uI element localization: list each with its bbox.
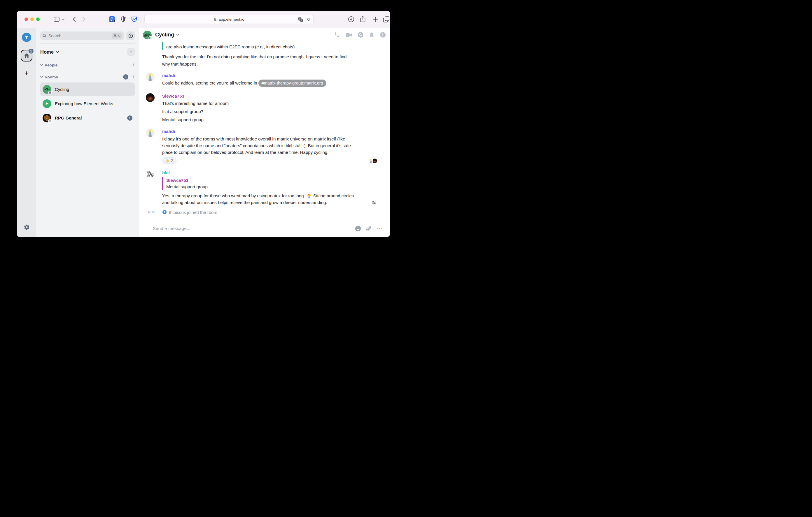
room-unread-badge: 1 — [127, 115, 133, 121]
sidebar-toggle-icon[interactable] — [54, 17, 59, 22]
back-button[interactable] — [72, 17, 76, 22]
rooms-section-header[interactable]: Rooms 1 + — [40, 74, 135, 80]
public-room-globe-icon — [48, 91, 52, 94]
add-people-button[interactable]: + — [132, 62, 135, 68]
message-text: I'd say it's one of the rooms with most … — [162, 135, 355, 156]
sender-name[interactable]: mahdi — [162, 72, 383, 79]
sender-avatar-bkil[interactable] — [146, 170, 154, 179]
message-group: mahdi I'd say it's one of the rooms with… — [146, 128, 383, 164]
people-section-header[interactable]: People + — [40, 62, 135, 68]
compass-icon — [128, 33, 133, 38]
space-name-label[interactable]: Home — [40, 49, 54, 55]
emoji-picker-icon[interactable] — [355, 225, 361, 232]
close-window-button[interactable] — [25, 18, 28, 21]
room-name: RPG General — [55, 115, 82, 120]
room-item-exploring[interactable]: E Exploring how Element Works — [40, 97, 135, 111]
minimize-window-button[interactable] — [30, 18, 34, 21]
home-space-button[interactable]: 1 — [21, 50, 32, 61]
membership-event: 14:39 T thibiscus joined the room — [146, 210, 383, 215]
message-text: Could be addon, setting etc you're all w… — [162, 80, 383, 87]
add-room-button[interactable]: + — [132, 74, 135, 80]
thumbs-up-reaction[interactable]: 2 — [162, 157, 176, 164]
reply-quote[interactable]: Siewca753 Mental support group — [162, 177, 383, 190]
video-call-icon[interactable] — [345, 32, 352, 38]
share-button[interactable] — [360, 16, 366, 23]
create-space-button[interactable]: + — [25, 70, 29, 77]
url-text: app.element.io — [219, 17, 244, 22]
read-receipt-avatar-mahdi[interactable] — [369, 158, 373, 163]
public-room-globe-icon — [48, 119, 52, 123]
search-input[interactable] — [49, 33, 112, 38]
message-text: Yes, a therapy group for those who went … — [162, 192, 355, 206]
rail-divider — [22, 46, 31, 46]
notifications-bell-icon[interactable] — [369, 32, 375, 38]
svg-text:文: 文 — [301, 19, 303, 22]
quoted-text: Mental support group — [166, 184, 383, 190]
home-icon — [24, 53, 29, 58]
sender-name[interactable]: Siewca753 — [162, 93, 383, 99]
sender-avatar-siewca753[interactable] — [146, 93, 154, 102]
search-icon — [42, 34, 47, 38]
tls-lock-icon — [213, 18, 217, 22]
event-text: thibiscus joined the room — [169, 210, 217, 215]
sender-name[interactable]: mahdi — [162, 128, 383, 134]
shield-extension-icon[interactable] — [121, 16, 126, 23]
voice-call-icon[interactable] — [334, 32, 340, 38]
search-shortcut-badge: ⌘ K — [112, 33, 122, 38]
attachment-paperclip-icon[interactable] — [366, 225, 372, 232]
chevron-down-icon[interactable] — [56, 51, 59, 53]
sender-name[interactable]: bkil — [162, 170, 383, 176]
add-button[interactable]: + — [127, 48, 135, 56]
public-room-globe-icon — [148, 36, 152, 40]
haskell-logo — [146, 171, 154, 177]
read-receipts — [369, 158, 377, 163]
text-cursor — [152, 225, 152, 232]
reload-icon[interactable]: ↻ — [307, 17, 310, 22]
sidebar-menu-chevron-icon[interactable] — [62, 18, 65, 21]
message-text: Thank you for the info. I'm not doing an… — [162, 53, 355, 68]
people-label: People — [45, 63, 57, 67]
message-group: bkil Siewca753 Mental support group Yes,… — [146, 170, 383, 206]
read-receipt-avatar-bkil[interactable] — [372, 201, 376, 205]
message-composer[interactable]: ••• — [139, 220, 390, 237]
thumbs-up-icon — [165, 158, 170, 163]
downloads-button[interactable] — [348, 16, 354, 23]
rooms-label: Rooms — [45, 75, 58, 79]
event-avatar[interactable]: T — [163, 210, 167, 214]
message-timeline[interactable]: are also losing messages within E2EE roo… — [139, 42, 390, 220]
traffic-lights — [25, 18, 40, 21]
address-bar[interactable]: app.element.io A文 ↻ — [144, 15, 314, 24]
room-list: Cycling E Exploring how Element Works G … — [40, 83, 135, 125]
message-group: Siewca753 That's interesting name for a … — [146, 93, 383, 123]
chevron-down-icon[interactable] — [176, 34, 179, 36]
read-receipts — [372, 201, 376, 205]
forward-button[interactable] — [82, 17, 86, 22]
message-group: mahdi Could be addon, setting etc you're… — [146, 72, 383, 87]
room-title[interactable]: Cycling — [155, 32, 174, 38]
tab-overview-button[interactable] — [383, 16, 390, 23]
quoted-sender-name: Siewca753 — [166, 177, 383, 183]
maximize-window-button[interactable] — [36, 18, 40, 21]
room-item-cycling[interactable]: Cycling — [40, 83, 135, 96]
password-manager-extension-icon[interactable] — [109, 16, 116, 23]
settings-gear-icon[interactable] — [24, 224, 30, 232]
user-avatar[interactable]: T — [22, 33, 31, 42]
room-search-icon[interactable] — [357, 32, 364, 38]
room-info-icon[interactable] — [380, 32, 386, 38]
room-link-pill[interactable]: #matrix-therapy-group:matrix.org — [258, 80, 326, 87]
room-item-rpg-general[interactable]: G RPG General 1 — [40, 111, 135, 125]
person-shrugging-emoji — [307, 193, 312, 198]
chat-panel: Cycling are also losing messages within … — [139, 28, 390, 237]
translate-icon[interactable]: A文 — [298, 17, 303, 22]
pocket-extension-icon[interactable] — [131, 16, 137, 23]
sender-avatar-mahdi[interactable] — [146, 72, 154, 81]
more-options-icon[interactable]: ••• — [377, 226, 382, 231]
room-name: Exploring how Element Works — [55, 101, 113, 106]
message-input[interactable] — [153, 226, 355, 231]
new-tab-button[interactable] — [373, 16, 378, 22]
chevron-down-icon — [40, 76, 43, 78]
sender-avatar-mahdi[interactable] — [146, 128, 154, 137]
explore-rooms-button[interactable] — [126, 31, 135, 40]
search-box[interactable]: ⌘ K — [40, 31, 124, 40]
event-timestamp: 14:39 — [146, 210, 154, 214]
